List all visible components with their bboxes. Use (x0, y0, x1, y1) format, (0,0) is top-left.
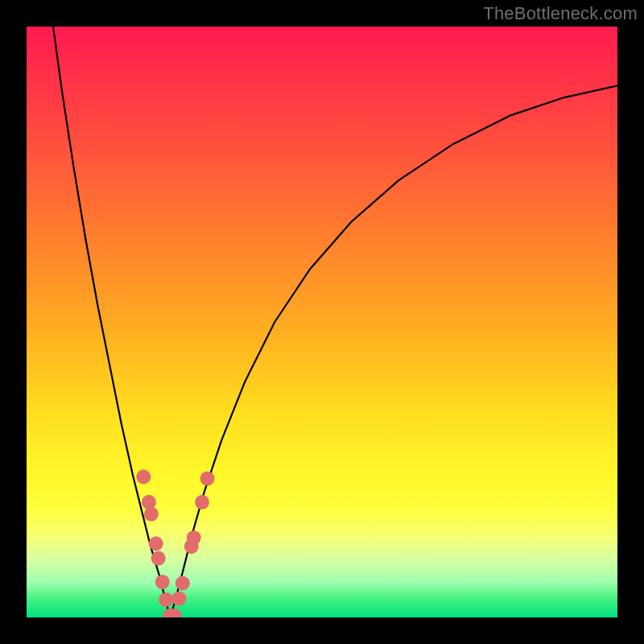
chart-frame: TheBottleneck.com (0, 0, 644, 644)
plot-background-gradient (27, 27, 617, 617)
watermark-label: TheBottleneck.com (483, 3, 638, 24)
